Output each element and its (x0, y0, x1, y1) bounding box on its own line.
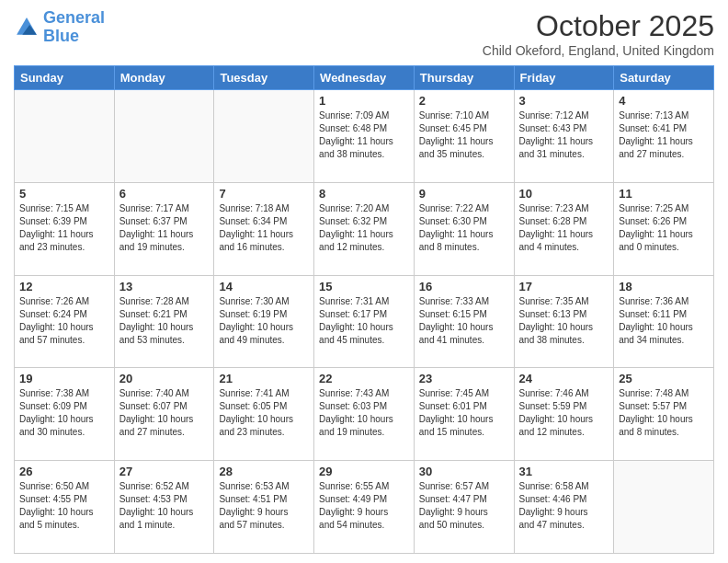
day-info: Sunrise: 6:57 AM Sunset: 4:47 PM Dayligh… (419, 480, 509, 532)
calendar-cell: 17Sunrise: 7:35 AM Sunset: 6:13 PM Dayli… (514, 275, 614, 368)
day-header-tuesday: Tuesday (214, 66, 314, 90)
day-info: Sunrise: 7:13 AM Sunset: 6:41 PM Dayligh… (619, 109, 709, 161)
calendar-cell: 28Sunrise: 6:53 AM Sunset: 4:51 PM Dayli… (214, 461, 314, 554)
day-number: 27 (119, 465, 210, 478)
day-info: Sunrise: 7:30 AM Sunset: 6:19 PM Dayligh… (219, 295, 309, 347)
calendar-cell: 30Sunrise: 6:57 AM Sunset: 4:47 PM Dayli… (414, 461, 514, 554)
week-row-3: 19Sunrise: 7:38 AM Sunset: 6:09 PM Dayli… (15, 368, 714, 461)
day-number: 16 (419, 280, 509, 293)
day-info: Sunrise: 7:48 AM Sunset: 5:57 PM Dayligh… (619, 387, 709, 439)
location: Child Okeford, England, United Kingdom (483, 43, 714, 58)
day-number: 22 (319, 372, 409, 385)
day-header-saturday: Saturday (614, 66, 714, 90)
calendar-cell (15, 90, 115, 183)
day-header-friday: Friday (514, 66, 614, 90)
day-number: 26 (19, 465, 109, 478)
day-number: 17 (519, 280, 609, 293)
day-number: 25 (619, 372, 709, 385)
calendar-header-row: SundayMondayTuesdayWednesdayThursdayFrid… (15, 66, 714, 90)
day-number: 21 (219, 372, 309, 385)
day-info: Sunrise: 7:33 AM Sunset: 6:15 PM Dayligh… (419, 295, 509, 347)
day-number: 6 (119, 187, 210, 201)
calendar-cell: 8Sunrise: 7:20 AM Sunset: 6:32 PM Daylig… (314, 182, 415, 275)
day-info: Sunrise: 7:20 AM Sunset: 6:32 PM Dayligh… (319, 202, 409, 254)
day-info: Sunrise: 7:38 AM Sunset: 6:09 PM Dayligh… (19, 387, 109, 439)
day-number: 28 (219, 465, 309, 478)
logo-icon (14, 15, 40, 40)
day-info: Sunrise: 7:10 AM Sunset: 6:45 PM Dayligh… (419, 109, 509, 161)
day-info: Sunrise: 7:25 AM Sunset: 6:26 PM Dayligh… (619, 202, 709, 254)
day-number: 15 (319, 280, 409, 293)
calendar-cell: 24Sunrise: 7:46 AM Sunset: 5:59 PM Dayli… (514, 368, 614, 461)
day-number: 7 (219, 187, 309, 201)
logo-text: General Blue (43, 9, 105, 46)
day-number: 18 (619, 280, 709, 293)
day-info: Sunrise: 7:23 AM Sunset: 6:28 PM Dayligh… (519, 202, 609, 254)
day-info: Sunrise: 6:53 AM Sunset: 4:51 PM Dayligh… (219, 480, 309, 532)
calendar-cell: 25Sunrise: 7:48 AM Sunset: 5:57 PM Dayli… (614, 368, 714, 461)
calendar-cell: 29Sunrise: 6:55 AM Sunset: 4:49 PM Dayli… (314, 461, 415, 554)
week-row-2: 12Sunrise: 7:26 AM Sunset: 6:24 PM Dayli… (15, 275, 714, 368)
calendar-cell: 26Sunrise: 6:50 AM Sunset: 4:55 PM Dayli… (15, 461, 115, 554)
calendar-cell: 11Sunrise: 7:25 AM Sunset: 6:26 PM Dayli… (614, 182, 714, 275)
calendar-cell: 31Sunrise: 6:58 AM Sunset: 4:46 PM Dayli… (514, 461, 614, 554)
calendar-cell: 19Sunrise: 7:38 AM Sunset: 6:09 PM Dayli… (15, 368, 115, 461)
day-number: 20 (119, 372, 210, 385)
calendar-cell: 14Sunrise: 7:30 AM Sunset: 6:19 PM Dayli… (214, 275, 314, 368)
day-info: Sunrise: 7:45 AM Sunset: 6:01 PM Dayligh… (419, 387, 509, 439)
day-header-monday: Monday (114, 66, 214, 90)
day-number: 5 (19, 187, 109, 201)
calendar-cell (614, 461, 714, 554)
calendar-cell: 15Sunrise: 7:31 AM Sunset: 6:17 PM Dayli… (314, 275, 415, 368)
day-header-sunday: Sunday (15, 66, 115, 90)
title-area: October 2025 Child Okeford, England, Uni… (483, 9, 714, 58)
day-number: 3 (519, 94, 609, 108)
day-number: 8 (319, 187, 409, 201)
week-row-0: 1Sunrise: 7:09 AM Sunset: 6:48 PM Daylig… (15, 90, 714, 183)
day-number: 11 (619, 187, 709, 201)
month-title: October 2025 (483, 9, 714, 43)
week-row-4: 26Sunrise: 6:50 AM Sunset: 4:55 PM Dayli… (15, 461, 714, 554)
day-number: 4 (619, 94, 709, 108)
day-info: Sunrise: 7:40 AM Sunset: 6:07 PM Dayligh… (119, 387, 210, 439)
day-info: Sunrise: 7:09 AM Sunset: 6:48 PM Dayligh… (319, 109, 409, 161)
calendar-cell: 13Sunrise: 7:28 AM Sunset: 6:21 PM Dayli… (114, 275, 214, 368)
day-number: 14 (219, 280, 309, 293)
day-number: 10 (519, 187, 609, 201)
day-info: Sunrise: 6:50 AM Sunset: 4:55 PM Dayligh… (19, 480, 109, 532)
calendar-cell: 2Sunrise: 7:10 AM Sunset: 6:45 PM Daylig… (414, 90, 514, 183)
day-number: 30 (419, 465, 509, 478)
day-info: Sunrise: 7:41 AM Sunset: 6:05 PM Dayligh… (219, 387, 309, 439)
day-info: Sunrise: 7:46 AM Sunset: 5:59 PM Dayligh… (519, 387, 609, 439)
calendar-cell: 10Sunrise: 7:23 AM Sunset: 6:28 PM Dayli… (514, 182, 614, 275)
day-number: 31 (519, 465, 609, 478)
calendar-cell: 18Sunrise: 7:36 AM Sunset: 6:11 PM Dayli… (614, 275, 714, 368)
day-info: Sunrise: 7:28 AM Sunset: 6:21 PM Dayligh… (119, 295, 210, 347)
day-info: Sunrise: 7:18 AM Sunset: 6:34 PM Dayligh… (219, 202, 309, 254)
calendar-cell: 22Sunrise: 7:43 AM Sunset: 6:03 PM Dayli… (314, 368, 415, 461)
day-info: Sunrise: 7:43 AM Sunset: 6:03 PM Dayligh… (319, 387, 409, 439)
calendar-cell (214, 90, 314, 183)
day-number: 2 (419, 94, 509, 108)
day-number: 1 (319, 94, 409, 108)
calendar-cell: 4Sunrise: 7:13 AM Sunset: 6:41 PM Daylig… (614, 90, 714, 183)
day-info: Sunrise: 7:15 AM Sunset: 6:39 PM Dayligh… (19, 202, 109, 254)
calendar-table: SundayMondayTuesdayWednesdayThursdayFrid… (14, 65, 714, 554)
day-info: Sunrise: 7:26 AM Sunset: 6:24 PM Dayligh… (19, 295, 109, 347)
day-info: Sunrise: 7:22 AM Sunset: 6:30 PM Dayligh… (419, 202, 509, 254)
day-info: Sunrise: 7:12 AM Sunset: 6:43 PM Dayligh… (519, 109, 609, 161)
day-info: Sunrise: 6:52 AM Sunset: 4:53 PM Dayligh… (119, 480, 210, 532)
logo: General Blue (14, 9, 105, 46)
day-info: Sunrise: 7:35 AM Sunset: 6:13 PM Dayligh… (519, 295, 609, 347)
calendar-cell: 6Sunrise: 7:17 AM Sunset: 6:37 PM Daylig… (114, 182, 214, 275)
day-number: 24 (519, 372, 609, 385)
calendar-cell: 27Sunrise: 6:52 AM Sunset: 4:53 PM Dayli… (114, 461, 214, 554)
calendar-cell: 7Sunrise: 7:18 AM Sunset: 6:34 PM Daylig… (214, 182, 314, 275)
calendar-cell: 16Sunrise: 7:33 AM Sunset: 6:15 PM Dayli… (414, 275, 514, 368)
calendar-cell (114, 90, 214, 183)
day-info: Sunrise: 7:17 AM Sunset: 6:37 PM Dayligh… (119, 202, 210, 254)
page: General Blue October 2025 Child Okeford,… (0, 0, 728, 563)
day-number: 19 (19, 372, 109, 385)
week-row-1: 5Sunrise: 7:15 AM Sunset: 6:39 PM Daylig… (15, 182, 714, 275)
calendar-cell: 9Sunrise: 7:22 AM Sunset: 6:30 PM Daylig… (414, 182, 514, 275)
